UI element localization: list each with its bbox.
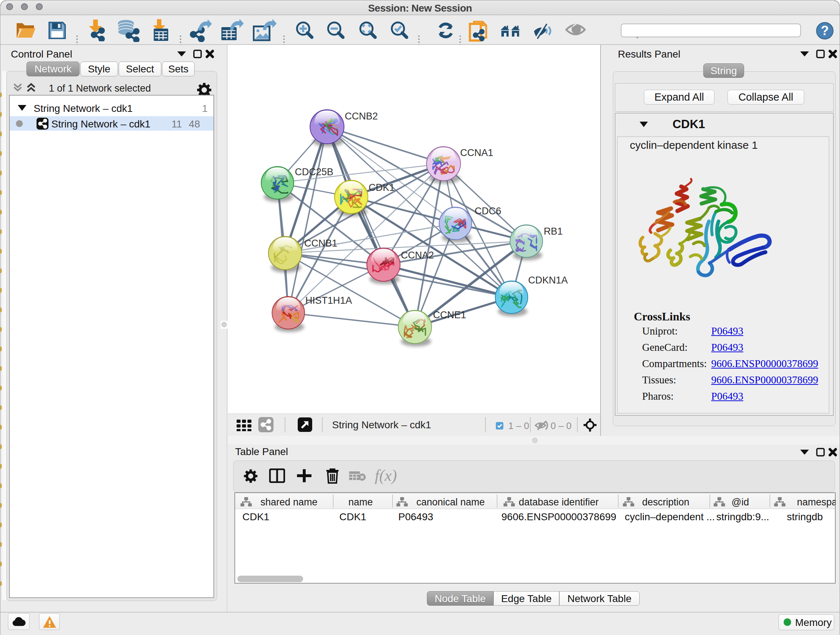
svg-text:RB1: RB1 <box>544 226 563 237</box>
svg-text:CCNB1: CCNB1 <box>304 238 338 249</box>
svg-text:CDC25B: CDC25B <box>295 166 333 177</box>
svg-text:?: ? <box>821 23 829 38</box>
svg-text:CCNA2: CCNA2 <box>401 250 434 261</box>
svg-text:CCNA1: CCNA1 <box>460 147 493 158</box>
svg-text:CDKN1A: CDKN1A <box>528 275 568 286</box>
svg-text:CCNE1: CCNE1 <box>433 310 466 320</box>
svg-text:CCNB2: CCNB2 <box>345 111 378 122</box>
svg-text:HIST1H1A: HIST1H1A <box>305 295 352 306</box>
svg-text:CDC6: CDC6 <box>475 206 501 217</box>
svg-text:CDK1: CDK1 <box>369 182 395 193</box>
